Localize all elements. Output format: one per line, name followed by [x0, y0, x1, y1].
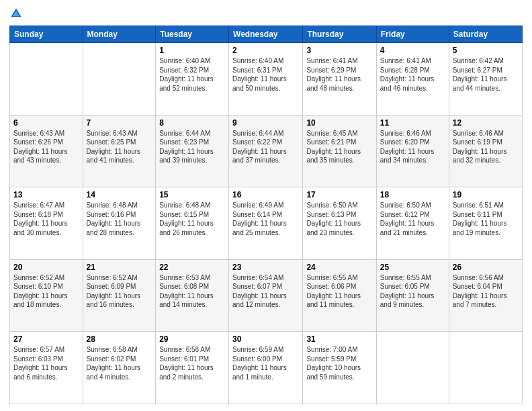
day-number: 17	[306, 190, 372, 199]
calendar-cell: 22Sunrise: 6:53 AM Sunset: 6:08 PM Dayli…	[156, 259, 229, 332]
day-info: Sunrise: 6:45 AM Sunset: 6:21 PM Dayligh…	[306, 129, 372, 165]
day-number: 29	[159, 334, 225, 344]
day-number: 16	[232, 190, 299, 199]
logo	[9, 7, 24, 20]
day-info: Sunrise: 7:00 AM Sunset: 5:59 PM Dayligh…	[306, 345, 372, 381]
week-row-4: 27Sunrise: 6:57 AM Sunset: 6:03 PM Dayli…	[10, 332, 523, 404]
day-number: 24	[306, 263, 372, 272]
day-info: Sunrise: 6:54 AM Sunset: 6:07 PM Dayligh…	[232, 273, 299, 310]
calendar-cell: 1Sunrise: 6:40 AM Sunset: 6:32 PM Daylig…	[156, 43, 229, 116]
day-number: 4	[380, 46, 445, 55]
calendar-cell: 14Sunrise: 6:48 AM Sunset: 6:16 PM Dayli…	[83, 187, 156, 260]
day-info: Sunrise: 6:42 AM Sunset: 6:27 PM Dayligh…	[453, 56, 519, 93]
calendar-cell: 21Sunrise: 6:52 AM Sunset: 6:09 PM Dayli…	[83, 259, 156, 332]
calendar-cell: 27Sunrise: 6:57 AM Sunset: 6:03 PM Dayli…	[10, 332, 83, 404]
weekday-header-friday: Friday	[376, 26, 449, 43]
day-info: Sunrise: 6:52 AM Sunset: 6:10 PM Dayligh…	[13, 273, 79, 310]
week-row-3: 20Sunrise: 6:52 AM Sunset: 6:10 PM Dayli…	[10, 259, 523, 332]
calendar-table: SundayMondayTuesdayWednesdayThursdayFrid…	[9, 26, 523, 404]
day-info: Sunrise: 6:41 AM Sunset: 6:28 PM Dayligh…	[380, 56, 445, 93]
day-info: Sunrise: 6:57 AM Sunset: 6:03 PM Dayligh…	[13, 345, 79, 381]
day-info: Sunrise: 6:56 AM Sunset: 6:04 PM Dayligh…	[453, 273, 519, 310]
day-info: Sunrise: 6:53 AM Sunset: 6:08 PM Dayligh…	[159, 273, 225, 310]
calendar-cell	[449, 332, 522, 404]
week-row-0: 1Sunrise: 6:40 AM Sunset: 6:32 PM Daylig…	[10, 43, 523, 116]
page: SundayMondayTuesdayWednesdayThursdayFrid…	[0, 0, 532, 411]
calendar-cell: 16Sunrise: 6:49 AM Sunset: 6:14 PM Dayli…	[229, 187, 303, 260]
week-row-1: 6Sunrise: 6:43 AM Sunset: 6:26 PM Daylig…	[10, 115, 523, 187]
calendar-cell: 3Sunrise: 6:41 AM Sunset: 6:29 PM Daylig…	[303, 43, 376, 116]
day-number: 26	[453, 263, 519, 272]
day-number: 6	[13, 118, 79, 128]
day-info: Sunrise: 6:44 AM Sunset: 6:22 PM Dayligh…	[232, 129, 299, 165]
day-number: 21	[87, 263, 152, 272]
day-info: Sunrise: 6:50 AM Sunset: 6:12 PM Dayligh…	[380, 201, 445, 237]
calendar-cell: 5Sunrise: 6:42 AM Sunset: 6:27 PM Daylig…	[449, 43, 522, 116]
logo-icon	[9, 7, 23, 20]
day-info: Sunrise: 6:40 AM Sunset: 6:32 PM Dayligh…	[159, 56, 225, 93]
day-info: Sunrise: 6:44 AM Sunset: 6:23 PM Dayligh…	[159, 129, 225, 165]
calendar-cell: 8Sunrise: 6:44 AM Sunset: 6:23 PM Daylig…	[156, 115, 229, 187]
calendar-cell: 10Sunrise: 6:45 AM Sunset: 6:21 PM Dayli…	[303, 115, 376, 187]
day-number: 23	[232, 263, 299, 272]
calendar-cell: 28Sunrise: 6:58 AM Sunset: 6:02 PM Dayli…	[83, 332, 156, 404]
day-number: 18	[380, 190, 445, 199]
weekday-header-wednesday: Wednesday	[229, 26, 303, 43]
header	[9, 7, 523, 20]
calendar-cell: 19Sunrise: 6:51 AM Sunset: 6:11 PM Dayli…	[449, 187, 522, 260]
day-info: Sunrise: 6:58 AM Sunset: 6:01 PM Dayligh…	[159, 345, 225, 381]
calendar-cell: 6Sunrise: 6:43 AM Sunset: 6:26 PM Daylig…	[10, 115, 83, 187]
calendar-cell: 12Sunrise: 6:46 AM Sunset: 6:19 PM Dayli…	[449, 115, 522, 187]
day-number: 30	[232, 334, 299, 344]
calendar-cell: 9Sunrise: 6:44 AM Sunset: 6:22 PM Daylig…	[229, 115, 303, 187]
calendar-cell	[376, 332, 449, 404]
day-info: Sunrise: 6:58 AM Sunset: 6:02 PM Dayligh…	[87, 345, 152, 381]
day-number: 25	[380, 263, 445, 272]
day-number: 8	[159, 118, 225, 128]
day-number: 9	[232, 118, 299, 128]
day-info: Sunrise: 6:50 AM Sunset: 6:13 PM Dayligh…	[306, 201, 372, 237]
day-info: Sunrise: 6:59 AM Sunset: 6:00 PM Dayligh…	[232, 345, 299, 381]
calendar-cell: 15Sunrise: 6:48 AM Sunset: 6:15 PM Dayli…	[156, 187, 229, 260]
day-info: Sunrise: 6:46 AM Sunset: 6:20 PM Dayligh…	[380, 129, 445, 165]
day-info: Sunrise: 6:47 AM Sunset: 6:18 PM Dayligh…	[13, 201, 79, 237]
weekday-header-tuesday: Tuesday	[156, 26, 229, 43]
calendar-cell: 2Sunrise: 6:40 AM Sunset: 6:31 PM Daylig…	[229, 43, 303, 116]
day-number: 2	[232, 46, 299, 55]
calendar-cell: 24Sunrise: 6:55 AM Sunset: 6:06 PM Dayli…	[303, 259, 376, 332]
calendar-cell: 25Sunrise: 6:55 AM Sunset: 6:05 PM Dayli…	[376, 259, 449, 332]
weekday-header-monday: Monday	[83, 26, 156, 43]
day-number: 20	[13, 263, 79, 272]
day-number: 5	[453, 46, 519, 55]
calendar-cell: 13Sunrise: 6:47 AM Sunset: 6:18 PM Dayli…	[10, 187, 83, 260]
weekday-header-saturday: Saturday	[449, 26, 522, 43]
day-number: 11	[380, 118, 445, 128]
day-info: Sunrise: 6:40 AM Sunset: 6:31 PM Dayligh…	[232, 56, 299, 93]
calendar-cell: 20Sunrise: 6:52 AM Sunset: 6:10 PM Dayli…	[10, 259, 83, 332]
weekday-header-thursday: Thursday	[303, 26, 376, 43]
day-number: 15	[159, 190, 225, 199]
day-number: 31	[306, 334, 372, 344]
calendar-cell	[10, 43, 83, 116]
day-info: Sunrise: 6:41 AM Sunset: 6:29 PM Dayligh…	[306, 56, 372, 93]
day-number: 7	[87, 118, 152, 128]
day-info: Sunrise: 6:46 AM Sunset: 6:19 PM Dayligh…	[453, 129, 519, 165]
day-info: Sunrise: 6:55 AM Sunset: 6:05 PM Dayligh…	[380, 273, 445, 310]
day-info: Sunrise: 6:43 AM Sunset: 6:25 PM Dayligh…	[87, 129, 152, 165]
day-info: Sunrise: 6:55 AM Sunset: 6:06 PM Dayligh…	[306, 273, 372, 310]
week-row-2: 13Sunrise: 6:47 AM Sunset: 6:18 PM Dayli…	[10, 187, 523, 260]
calendar-cell: 26Sunrise: 6:56 AM Sunset: 6:04 PM Dayli…	[449, 259, 522, 332]
calendar-cell: 18Sunrise: 6:50 AM Sunset: 6:12 PM Dayli…	[376, 187, 449, 260]
day-number: 28	[87, 334, 152, 344]
calendar-cell	[83, 43, 156, 116]
calendar-cell: 4Sunrise: 6:41 AM Sunset: 6:28 PM Daylig…	[376, 43, 449, 116]
day-number: 19	[453, 190, 519, 199]
day-info: Sunrise: 6:48 AM Sunset: 6:16 PM Dayligh…	[87, 201, 152, 237]
calendar-cell: 29Sunrise: 6:58 AM Sunset: 6:01 PM Dayli…	[156, 332, 229, 404]
day-number: 10	[306, 118, 372, 128]
calendar-cell: 7Sunrise: 6:43 AM Sunset: 6:25 PM Daylig…	[83, 115, 156, 187]
day-number: 22	[159, 263, 225, 272]
calendar-cell: 11Sunrise: 6:46 AM Sunset: 6:20 PM Dayli…	[376, 115, 449, 187]
day-info: Sunrise: 6:43 AM Sunset: 6:26 PM Dayligh…	[13, 129, 79, 165]
day-number: 1	[159, 46, 225, 55]
